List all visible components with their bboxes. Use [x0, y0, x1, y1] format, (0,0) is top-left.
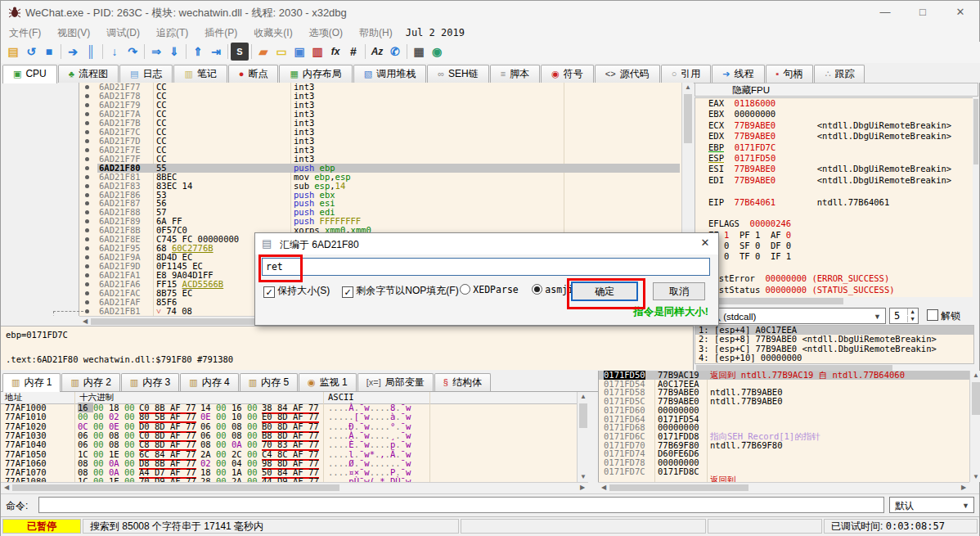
cancel-button[interactable]: 取消 [653, 282, 705, 300]
tab-dump1[interactable]: ▥内存 1 [2, 373, 61, 392]
calling-convention-select[interactable]: 默认 (stdcall)▼ [696, 308, 886, 324]
assembly-instruction-input[interactable] [262, 258, 710, 276]
breakpoint-dot-icon[interactable] [85, 237, 89, 241]
arg-count-stepper[interactable]: 5 ▲ ▼ [889, 308, 919, 324]
breakpoint-dot-icon[interactable] [85, 228, 89, 232]
keep-size-checkbox[interactable]: ✓ 保持大小(S) [263, 284, 330, 298]
labels-icon[interactable]: ▣ [290, 43, 308, 61]
modules-icon[interactable]: ✆ [386, 43, 404, 61]
breakpoint-dot-icon[interactable] [85, 139, 89, 143]
register-row[interactable] [695, 186, 973, 196]
hash-icon[interactable]: # [344, 43, 362, 61]
checkbox-checked-icon[interactable]: ✓ [342, 286, 353, 298]
restart-icon[interactable]: ↺ [22, 43, 40, 61]
tab-trace[interactable]: ∴跟踪 [814, 65, 865, 83]
breakpoint-dot-icon[interactable] [85, 246, 89, 250]
breakpoint-dot-icon[interactable] [85, 166, 89, 170]
arguments-list[interactable]: 1: [esp+4] A0C17EEA2: [esp+8] 77B9ABE0 <… [695, 325, 974, 364]
tab-dump4[interactable]: ▥内存 4 [180, 373, 238, 391]
stack-row[interactable]: 返回到 [599, 475, 970, 482]
xedparse-radio[interactable]: XEDParse [460, 284, 519, 295]
dialog-title-bar[interactable]: ▤ 汇编于 6AD21F80 ✕ [255, 233, 718, 254]
radio-selected-icon[interactable] [532, 284, 542, 295]
tab-seh[interactable]: ∞SEH链 [427, 65, 489, 83]
stop-icon[interactable]: ■ [40, 43, 58, 61]
tab-struct[interactable]: §结构体 [434, 373, 491, 391]
execute-till-return-icon[interactable]: ⇒ [147, 43, 165, 61]
command-script-select[interactable]: 默认▼ [889, 497, 974, 513]
breakpoint-dot-icon[interactable] [85, 130, 89, 134]
tab-handles[interactable]: ▪句柄 [766, 65, 814, 83]
stack-row[interactable]: 0171FD640171FD54 [599, 415, 970, 424]
tab-threads[interactable]: ➔线程 [712, 65, 764, 83]
breakpoint-dot-icon[interactable] [85, 255, 89, 259]
menu-item[interactable]: 视图(V) [49, 24, 98, 43]
registers-list[interactable]: EAX 01186000EBX 00000000ECX 77B9ABE0 <nt… [695, 97, 974, 299]
menu-item[interactable]: 帮助(H) [351, 24, 401, 43]
close-button[interactable]: ✕ [942, 1, 979, 24]
dump-vscrollbar[interactable]: ▲ ▼ [577, 392, 589, 482]
tab-breakpoints[interactable]: ●断点 [228, 65, 279, 83]
register-row[interactable]: CF 0 TF 0 IF 1 [695, 251, 973, 262]
register-row[interactable]: EAX 01186000 [695, 98, 973, 109]
registers-hscrollbar[interactable] [695, 297, 979, 305]
step-over-icon[interactable]: ↷ [124, 43, 142, 61]
breakpoint-dot-icon[interactable] [85, 193, 89, 197]
tab-references[interactable]: ○引用 [661, 65, 712, 83]
tab-log[interactable]: ▤日志 [119, 65, 173, 83]
stack-vscrollbar[interactable]: ▲ ▼ [969, 371, 980, 482]
stack-row[interactable]: 0171FD74D60FE6D6 [599, 449, 970, 458]
breakpoint-dot-icon[interactable] [85, 94, 89, 98]
run-icon[interactable]: ➔ [64, 43, 82, 61]
radio-icon[interactable] [460, 284, 470, 295]
menu-item[interactable]: 调试(D) [98, 24, 148, 43]
update-globe-icon[interactable]: ◉ [428, 43, 446, 61]
memory-dump-pane[interactable]: 地址 十六进制 ASCII 77AF100016 00 18 00C0 8B A… [1, 392, 577, 482]
maximize-button[interactable]: □ [904, 1, 942, 24]
register-row[interactable]: ECX 77B9ABE0 <ntdll.DbgUiRemoteBreakin> [695, 120, 973, 131]
run-to-user-code-icon[interactable]: ⇑ [189, 43, 207, 61]
stack-row[interactable]: 0171FD7077B69F80ntdll.77B69F80 [599, 441, 970, 450]
register-row[interactable]: EBX 00000000 [695, 109, 973, 119]
breakpoint-dot-icon[interactable] [85, 282, 89, 286]
register-row[interactable]: EDX 77B9ABE0 <ntdll.DbgUiRemoteBreakin> [695, 131, 973, 142]
register-row[interactable]: LastStatus 00000000 (STATUS_SUCCESS) [695, 285, 973, 295]
register-row[interactable]: EIP 77B64061 ntdll.77B64061 [695, 197, 973, 208]
tab-cpu[interactable]: ▣CPU [2, 65, 57, 83]
breakpoint-dot-icon[interactable] [85, 184, 89, 188]
stack-row[interactable]: 0171FD7800000000 [599, 458, 970, 467]
open-file-icon[interactable]: ▤ [4, 43, 22, 61]
functions-icon[interactable]: fx [326, 43, 344, 61]
menu-item[interactable]: 选项(O) [301, 24, 351, 43]
register-row[interactable]: EFLAGS 00000246 [695, 218, 973, 229]
comments-icon[interactable]: ▭ [272, 43, 290, 61]
spin-up-icon[interactable]: ▲ [907, 309, 917, 315]
tab-dump3[interactable]: ▥内存 3 [121, 373, 179, 391]
breakpoint-dot-icon[interactable] [85, 210, 89, 214]
stack-row[interactable]: 0171FD5077B9AC19返回到 ntdll.77B9AC19 自 ntd… [599, 371, 970, 380]
breakpoint-dot-icon[interactable] [85, 273, 89, 277]
step-out-icon[interactable]: ⇓ [165, 43, 183, 61]
stack-row[interactable]: 0171FD54A0C17EEA [599, 380, 970, 389]
disasm-row[interactable]: 6AD21F8383EC 14sub esp,14 [1, 182, 693, 191]
register-row[interactable]: EBP 0171FD7C [695, 142, 973, 153]
disasm-row[interactable]: 6AD21F818BECmov ebp,esp [1, 173, 693, 182]
breakpoint-dot-icon[interactable] [85, 85, 89, 89]
pause-icon[interactable]: ║ [82, 43, 100, 61]
breakpoint-dot-icon[interactable] [85, 201, 89, 205]
stack-pane[interactable]: 0171FD5077B9AC19返回到 ntdll.77B9AC19 自 ntd… [598, 371, 970, 482]
unlock-checkbox[interactable]: 解锁 [927, 309, 960, 323]
menu-item[interactable]: 追踪(T) [148, 24, 196, 43]
patches-icon[interactable]: ▰ [254, 43, 272, 61]
tab-callstack[interactable]: ▧调用堆栈 [353, 65, 426, 83]
register-row[interactable]: ZF 1 PF 1 AF 0 [695, 230, 973, 241]
attach-icon[interactable]: ⇥ [207, 43, 225, 61]
registers-vscrollbar[interactable] [973, 97, 979, 297]
tab-locals[interactable]: [x=]局部变量 [357, 373, 434, 391]
stack-row[interactable]: 0171FD6000000000 [599, 406, 970, 415]
stack-hscrollbar[interactable]: ◀ ▶ [598, 482, 969, 493]
menu-item[interactable]: 插件(P) [196, 24, 245, 43]
tab-script[interactable]: ≡脚本 [490, 65, 540, 83]
breakpoint-dot-icon[interactable] [85, 148, 89, 152]
checkbox-checked-icon[interactable]: ✓ [263, 286, 275, 298]
